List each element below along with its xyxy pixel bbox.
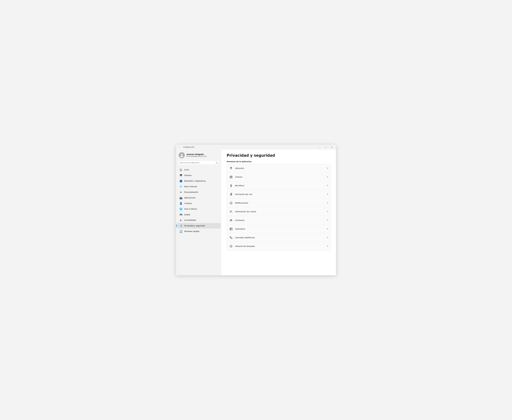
permission-left-historial: Historial de llamadas	[229, 244, 255, 248]
sidebar-item-bluetooth[interactable]: 🔵Bluetooth y dispositivos	[177, 178, 221, 184]
chevron-right-icon-activacion	[327, 193, 328, 195]
sidebar-item-hora[interactable]: 🌐Hora e idioma	[177, 206, 221, 212]
titlebar-left: ← Configuración	[178, 145, 194, 149]
nav-icon-windowsupdate: 🔄	[179, 230, 182, 233]
perm-label-info-cuenta: Información de cuenta	[235, 210, 256, 213]
sidebar: Juanma Delgado juanmatek@outlook.com 🔍 🏠…	[176, 150, 221, 275]
sidebar-item-cuentas[interactable]: 👤Cuentas	[177, 201, 221, 206]
perm-icon-ubicacion	[229, 166, 233, 170]
main-content: Juanma Delgado juanmatek@outlook.com 🔍 🏠…	[176, 150, 336, 275]
permission-item-historial[interactable]: Historial de llamadas	[227, 242, 330, 250]
perm-icon-calendario	[229, 227, 233, 231]
sidebar-item-privacidad[interactable]: 🛡️Privacidad y seguridad	[177, 223, 221, 229]
svg-point-12	[230, 211, 231, 212]
close-button[interactable]: ✕	[329, 145, 335, 150]
nav-label-windowsupdate: Windows Update	[184, 230, 199, 232]
nav-icon-personalizacion: ✏️	[179, 191, 182, 194]
search-box: 🔍	[178, 160, 219, 165]
sidebar-nav: 🏠Inicio🖥️Sistema🔵Bluetooth y dispositivo…	[176, 167, 221, 234]
perm-icon-notificaciones	[229, 201, 233, 205]
nav-icon-bluetooth: 🔵	[179, 180, 182, 182]
permission-item-camara[interactable]: Cámara	[227, 173, 330, 181]
perm-label-microfono: Micrófono	[235, 185, 244, 187]
nav-label-inicio: Inicio	[184, 169, 189, 171]
nav-label-privacidad: Privacidad y seguridad	[184, 225, 205, 227]
svg-point-1	[180, 156, 183, 157]
nav-icon-hora: 🌐	[179, 208, 182, 210]
nav-label-cuentas: Cuentas	[184, 202, 191, 204]
user-email: juanmatek@outlook.com	[187, 155, 207, 157]
sidebar-item-accesibilidad[interactable]: ♿Accesibilidad	[177, 217, 221, 223]
sidebar-item-juegos[interactable]: 🎮Juegos	[177, 212, 221, 217]
nav-icon-accesibilidad: ♿	[179, 219, 182, 222]
chevron-right-icon-historial	[327, 245, 328, 247]
perm-icon-historial	[229, 244, 233, 248]
sidebar-item-red[interactable]: 💎Red e Internet	[177, 184, 221, 189]
chevron-right-icon-info-cuenta	[327, 211, 328, 213]
chevron-right-icon-notificaciones	[327, 202, 328, 204]
svg-point-2	[231, 167, 231, 168]
sidebar-item-sistema[interactable]: 🖥️Sistema	[177, 172, 221, 178]
nav-icon-juegos: 🎮	[179, 213, 182, 216]
avatar	[179, 152, 185, 158]
perm-icon-microfono	[229, 184, 233, 188]
titlebar-controls: – □ ✕	[317, 145, 335, 150]
perm-label-calendario: Calendario	[235, 228, 245, 230]
sidebar-item-inicio[interactable]: 🏠Inicio	[177, 167, 221, 172]
chevron-right-icon-camara	[327, 176, 328, 178]
svg-point-15	[230, 219, 231, 220]
chevron-right-icon-calendario	[327, 228, 328, 230]
perm-icon-contactos	[229, 218, 233, 222]
nav-label-juegos: Juegos	[184, 213, 190, 216]
permission-item-notificaciones[interactable]: Notificaciones	[227, 199, 330, 207]
page-title: Privacidad y seguridad	[227, 153, 331, 158]
permission-left-info-cuenta: Información de cuenta	[229, 210, 256, 213]
nav-label-bluetooth: Bluetooth y dispositivos	[184, 180, 206, 182]
nav-icon-red: 💎	[179, 185, 182, 188]
sidebar-item-personalizacion[interactable]: ✏️Personalización	[177, 189, 221, 195]
user-info: Juanma Delgado juanmatek@outlook.com	[187, 153, 207, 157]
perm-icon-camara	[229, 175, 233, 179]
permission-list: UbicaciónCámaraMicrófonoActivación por v…	[227, 164, 331, 251]
nav-label-personalizacion: Personalización	[184, 191, 198, 193]
permission-item-info-cuenta[interactable]: Información de cuenta	[227, 207, 330, 216]
permission-left-activacion: Activación por voz	[229, 192, 252, 196]
maximize-button[interactable]: □	[323, 145, 329, 150]
perm-label-historial: Historial de llamadas	[235, 245, 255, 247]
nav-icon-aplicaciones: 🗃️	[179, 196, 182, 199]
permission-item-contactos[interactable]: Contactos	[227, 216, 330, 225]
search-icon: 🔍	[216, 162, 218, 164]
perm-icon-llamadas	[229, 236, 233, 240]
chevron-right-icon-llamadas	[327, 237, 328, 239]
search-input[interactable]	[178, 160, 219, 165]
nav-icon-cuentas: 👤	[179, 202, 182, 205]
nav-label-red: Red e Internet	[184, 186, 197, 188]
sidebar-item-aplicaciones[interactable]: 🗃️Aplicaciones	[177, 195, 221, 201]
content-area: Privacidad y seguridad Permisos de la ap…	[221, 150, 336, 275]
nav-label-aplicaciones: Aplicaciones	[184, 197, 195, 199]
permission-left-notificaciones: Notificaciones	[229, 201, 248, 205]
perm-icon-activacion	[229, 192, 233, 196]
perm-icon-info-cuenta	[229, 210, 233, 213]
back-button[interactable]: ←	[178, 145, 182, 149]
perm-label-notificaciones: Notificaciones	[235, 202, 248, 204]
permission-left-contactos: Contactos	[229, 218, 245, 222]
nav-label-accesibilidad: Accesibilidad	[184, 219, 196, 221]
permission-item-microfono[interactable]: Micrófono	[227, 181, 330, 190]
user-section: Juanma Delgado juanmatek@outlook.com	[176, 150, 221, 160]
permission-item-activacion[interactable]: Activación por voz	[227, 190, 330, 199]
nav-icon-inicio: 🏠	[179, 168, 182, 171]
settings-window: ← Configuración – □ ✕ Juanma Delgado	[176, 145, 336, 275]
section-label: Permisos de la aplicación	[227, 161, 331, 163]
permission-item-llamadas[interactable]: Llamadas telefónicas	[227, 233, 330, 242]
minimize-button[interactable]: –	[317, 145, 323, 150]
chevron-right-icon-ubicacion	[327, 167, 328, 169]
nav-icon-privacidad: 🛡️	[179, 224, 182, 227]
svg-rect-17	[230, 228, 232, 230]
sidebar-item-windowsupdate[interactable]: 🔄Windows Update	[177, 229, 221, 234]
perm-label-camara: Cámara	[235, 176, 242, 178]
nav-icon-sistema: 🖥️	[179, 174, 182, 177]
permission-item-ubicacion[interactable]: Ubicación	[227, 164, 330, 173]
permission-item-calendario[interactable]: Calendario	[227, 225, 330, 233]
svg-rect-5	[231, 184, 231, 186]
